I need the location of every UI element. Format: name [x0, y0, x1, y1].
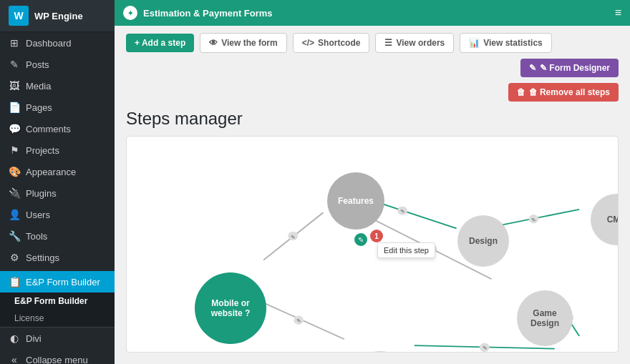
- toolbar-right: ✎ ✎ Form Designer 🗑 🗑 Remove all steps: [508, 59, 619, 102]
- sidebar-item-settings[interactable]: ⚙ Settings: [0, 247, 115, 268]
- horizontal-scrollbar[interactable]: [127, 352, 618, 353]
- view-form-label: View the form: [221, 38, 277, 48]
- node-features[interactable]: Features: [327, 172, 384, 230]
- ep-submenu: E&P Form Builder License: [0, 292, 115, 327]
- svg-text:✎: ✎: [400, 208, 404, 215]
- palette-icon: ✎: [529, 63, 536, 73]
- svg-text:✎: ✎: [531, 217, 536, 223]
- node-game-design-label: Game Design: [517, 305, 573, 332]
- svg-text:✎: ✎: [296, 318, 301, 325]
- sidebar-item-plugins[interactable]: 🔌 Plugins: [0, 182, 115, 204]
- sidebar-item-tools[interactable]: 🔧 Tools: [0, 225, 115, 247]
- sidebar-label-pages: Pages: [26, 102, 52, 113]
- toolbar: + Add a step 👁 View the form </> Shortco…: [115, 26, 630, 109]
- shortcode-button[interactable]: </> Shortcode: [293, 33, 370, 53]
- content-area: + Add a step 👁 View the form </> Shortco…: [115, 26, 630, 364]
- sidebar-item-dashboard[interactable]: ⊞ Dashboard: [0, 32, 115, 54]
- form-designer-label: ✎ Form Designer: [540, 63, 610, 73]
- sidebar-logo-text: WP Engine: [34, 11, 83, 21]
- collapse-icon: «: [9, 354, 20, 364]
- sidebar-item-comments[interactable]: 💬 Comments: [0, 118, 115, 139]
- view-orders-label: View orders: [396, 38, 445, 48]
- sidebar-bottom: ◐ Divi « Collapse menu: [0, 327, 115, 364]
- sidebar-item-divi[interactable]: ◐ Divi: [0, 328, 115, 349]
- sidebar-item-appearance[interactable]: 🎨 Appearance: [0, 161, 115, 182]
- sidebar-label-plugins: Plugins: [26, 188, 57, 199]
- sidebar-item-media[interactable]: 🖼 Media: [0, 75, 115, 97]
- sidebar-subitem-ep-form-builder[interactable]: E&P Form Builder: [0, 292, 115, 310]
- sidebar-label-settings: Settings: [26, 252, 59, 263]
- plugins-icon: 🔌: [9, 187, 20, 199]
- comments-icon: 💬: [9, 123, 20, 134]
- projects-icon: ⚑: [9, 144, 20, 156]
- node-mobile-label: Mobile or website ?: [195, 295, 266, 322]
- sidebar-label-projects: Projects: [26, 145, 59, 156]
- svg-text:✎: ✎: [291, 234, 295, 240]
- pages-icon: 📄: [9, 102, 20, 113]
- sidebar-item-posts[interactable]: ✎ Posts: [0, 54, 115, 75]
- remove-all-label: 🗑 Remove all steps: [529, 87, 610, 97]
- sidebar-item-projects[interactable]: ⚑ Projects: [0, 139, 115, 161]
- sidebar-logo[interactable]: W WP Engine: [0, 0, 115, 32]
- top-bar-title: Estimation & Payment Forms: [143, 8, 273, 19]
- media-icon: 🖼: [9, 80, 20, 92]
- top-bar-logo: ✦: [123, 6, 137, 20]
- node-game-design[interactable]: Game Design: [517, 290, 573, 346]
- remove-all-steps-button[interactable]: 🗑 🗑 Remove all steps: [508, 83, 619, 102]
- flow-canvas-wrapper: ✎ ✎ ✎ ✎ ✎ ✎: [126, 136, 619, 353]
- sidebar-label-divi: Divi: [26, 333, 42, 344]
- chart-icon: 📊: [469, 38, 480, 48]
- sidebar-label-media: Media: [26, 81, 51, 92]
- add-step-button[interactable]: + Add a step: [126, 34, 194, 52]
- ep-submenu-label-main: E&P Form Builder: [14, 296, 87, 306]
- top-bar-menu-icon[interactable]: ≡: [615, 6, 621, 19]
- node-design[interactable]: Design: [457, 215, 509, 267]
- trash-icon: 🗑: [517, 87, 525, 97]
- eye-icon: 👁: [209, 38, 218, 48]
- node-design-label: Design: [466, 233, 500, 249]
- list-icon: ☰: [384, 38, 392, 48]
- node-features-label: Features: [335, 193, 377, 209]
- flow-canvas[interactable]: ✎ ✎ ✎ ✎ ✎ ✎: [127, 137, 618, 352]
- sidebar-label-appearance: Appearance: [26, 167, 76, 177]
- svg-text:✎: ✎: [483, 345, 487, 352]
- posts-icon: ✎: [9, 59, 20, 70]
- users-icon: 👤: [9, 209, 20, 220]
- shortcode-label: Shortcode: [318, 38, 360, 48]
- view-form-button[interactable]: 👁 View the form: [200, 33, 286, 53]
- node-mobile-website[interactable]: Mobile or website ?: [195, 272, 266, 344]
- sidebar-label-comments: Comments: [26, 124, 71, 134]
- edit-pencil-features[interactable]: ✎: [354, 233, 367, 246]
- sidebar-label-posts: Posts: [26, 59, 49, 70]
- node-cms-label: CMS: [604, 212, 618, 227]
- edit-badge-count: 1: [374, 232, 379, 240]
- sidebar: W WP Engine ⊞ Dashboard ✎ Posts 🖼 Media …: [0, 0, 115, 364]
- edit-badge: 1: [370, 230, 383, 242]
- sidebar-item-pages[interactable]: 📄 Pages: [0, 97, 115, 118]
- divi-icon: ◐: [9, 333, 20, 344]
- edit-tooltip: Edit this step: [377, 242, 435, 258]
- top-bar: ✦ Estimation & Payment Forms ≡: [115, 0, 630, 26]
- ep-form-builder-icon: 📋: [9, 276, 20, 287]
- main-area: ✦ Estimation & Payment Forms ≡ + Add a s…: [115, 0, 630, 364]
- wp-engine-logo-icon: W: [9, 6, 29, 26]
- ep-form-builder-section: 📋 E&P Form Builder: [0, 271, 115, 292]
- ep-submenu-label-license: License: [14, 313, 44, 323]
- view-statistics-button[interactable]: 📊 View statistics: [460, 33, 552, 53]
- sidebar-item-users[interactable]: 👤 Users: [0, 204, 115, 225]
- dashboard-icon: ⊞: [9, 37, 20, 49]
- sidebar-label-dashboard: Dashboard: [26, 38, 72, 49]
- view-orders-button[interactable]: ☰ View orders: [375, 33, 454, 53]
- sidebar-label-collapse: Collapse menu: [26, 355, 88, 365]
- sidebar-label-users: Users: [26, 210, 50, 220]
- sidebar-subitem-license[interactable]: License: [0, 310, 115, 327]
- sidebar-item-collapse[interactable]: « Collapse menu: [0, 349, 115, 364]
- sidebar-item-ep-form-builder[interactable]: 📋 E&P Form Builder: [0, 271, 115, 292]
- sidebar-label-ep-form-builder: E&P Form Builder: [26, 277, 100, 287]
- view-statistics-label: View statistics: [483, 38, 543, 48]
- form-designer-button[interactable]: ✎ ✎ Form Designer: [520, 59, 619, 77]
- appearance-icon: 🎨: [9, 166, 20, 177]
- sidebar-label-tools: Tools: [26, 231, 47, 242]
- page-title: Steps manager: [115, 109, 630, 136]
- settings-icon: ⚙: [9, 252, 20, 263]
